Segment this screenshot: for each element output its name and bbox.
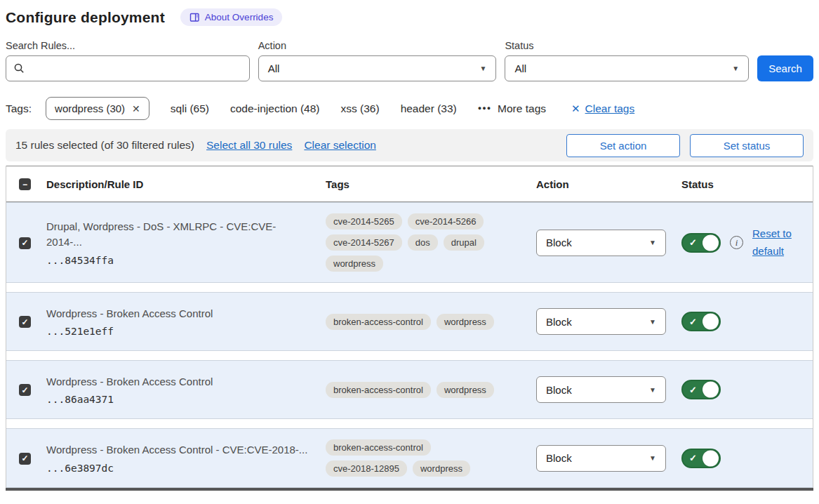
page-title: Configure deployment <box>6 9 165 26</box>
toggle-knob <box>703 314 719 330</box>
tag-pill: wordpress <box>413 460 470 477</box>
rule-description: Wordpress - Broken Access Control - CVE:… <box>46 442 310 458</box>
set-action-button[interactable]: Set action <box>566 134 680 157</box>
book-icon <box>189 13 200 22</box>
rule-action-select[interactable]: Block ▼ <box>536 308 666 335</box>
table-header: − Description/Rule ID Tags Action Status <box>6 166 813 202</box>
rule-id: ...84534ffa <box>46 255 310 266</box>
clear-tags-link[interactable]: ✕ Clear tags <box>571 102 634 115</box>
tag-pill: broken-access-control <box>326 382 431 398</box>
tag-pill: cve-2014-5267 <box>326 234 402 251</box>
rule-tags: broken-access-controlwordpress <box>326 382 502 398</box>
rule-status-toggle[interactable]: ✓ <box>681 380 721 399</box>
tag-pill: wordpress <box>326 256 383 272</box>
row-checkbox[interactable]: ✓ <box>19 384 31 396</box>
tag-pill: broken-access-control <box>326 314 431 330</box>
check-icon: ✓ <box>21 453 28 463</box>
about-overrides-label: About Overrides <box>205 12 274 22</box>
check-icon: ✓ <box>21 385 28 395</box>
toggle-knob <box>703 382 719 398</box>
selected-tag-chip[interactable]: wordpress (30) ✕ <box>46 97 149 120</box>
clear-tags-label: Clear tags <box>585 102 635 115</box>
rule-tags: broken-access-controlcve-2018-12895wordp… <box>326 439 502 477</box>
table-row: ✓ Wordpress - Broken Access Control - CV… <box>6 428 813 488</box>
filter-bar: Search Rules... Action All ▼ Status All … <box>6 40 813 81</box>
selected-tag-label: wordpress (30) <box>55 102 125 114</box>
rule-action-value: Block <box>546 452 572 464</box>
chevron-down-icon: ▼ <box>649 318 656 326</box>
rule-action-select[interactable]: Block ▼ <box>536 445 666 472</box>
toggle-knob <box>703 450 719 466</box>
more-tags-button[interactable]: ●●● More tags <box>478 102 546 115</box>
table-row: ✓ Wordpress - Broken Access Control ...5… <box>6 292 813 351</box>
rule-action-value: Block <box>546 316 572 328</box>
chevron-down-icon: ▼ <box>732 65 739 72</box>
action-filter-value: All <box>268 62 280 74</box>
table-body: ✓ Drupal, Wordpress - DoS - XMLRPC - CVE… <box>6 202 813 488</box>
rule-id: ...521e1eff <box>46 326 310 337</box>
remove-tag-icon[interactable]: ✕ <box>132 103 140 114</box>
tag-filter-code-injection[interactable]: code-injection (48) <box>230 102 320 115</box>
column-action: Action <box>536 178 681 190</box>
search-rules-input[interactable] <box>31 62 242 74</box>
tag-filter-xss[interactable]: xss (36) <box>341 102 380 115</box>
column-tags: Tags <box>326 178 536 190</box>
rule-status-toggle[interactable]: ✓ <box>681 449 721 468</box>
search-rules-label: Search Rules... <box>6 40 250 51</box>
page-header: Configure deployment About Overrides <box>6 8 813 26</box>
chevron-down-icon: ▼ <box>649 239 656 246</box>
tag-pill: wordpress <box>437 382 494 398</box>
check-icon: ✓ <box>689 385 697 395</box>
reset-to-default-link[interactable]: Reset to default <box>752 225 799 260</box>
configure-deployment-page: Configure deployment About Overrides Sea… <box>0 0 819 491</box>
clear-selection-link[interactable]: Clear selection <box>304 139 376 152</box>
status-filter-value: All <box>514 62 526 74</box>
check-icon: ✓ <box>21 317 28 327</box>
chevron-down-icon: ▼ <box>479 65 486 72</box>
rule-tags: broken-access-controlwordpress <box>326 314 502 330</box>
rule-action-value: Block <box>546 237 572 248</box>
table-row: ✓ Drupal, Wordpress - DoS - XMLRPC - CVE… <box>6 202 813 283</box>
rule-action-select[interactable]: Block ▼ <box>536 376 666 403</box>
tag-filter-header[interactable]: header (33) <box>401 102 457 115</box>
selection-bar: 15 rules selected (of 30 filtered rules)… <box>6 129 813 161</box>
check-icon: ✓ <box>21 238 28 248</box>
check-icon: ✓ <box>689 237 697 248</box>
action-filter-select[interactable]: All ▼ <box>258 55 497 81</box>
search-icon <box>13 62 25 74</box>
more-tags-label: More tags <box>498 102 546 115</box>
search-rules-input-wrap <box>6 55 250 81</box>
rule-id: ...86aa4371 <box>46 394 310 405</box>
rule-id: ...6e3897dc <box>46 463 310 474</box>
rule-action-value: Block <box>546 384 572 396</box>
chevron-down-icon: ▼ <box>649 386 656 394</box>
select-all-checkbox[interactable]: − <box>19 178 31 190</box>
rule-status-toggle[interactable]: ✓ <box>681 312 721 331</box>
select-all-link[interactable]: Select all 30 rules <box>206 139 292 152</box>
rules-table: − Description/Rule ID Tags Action Status… <box>6 166 813 488</box>
row-checkbox[interactable]: ✓ <box>19 316 31 328</box>
selection-summary: 15 rules selected (of 30 filtered rules) <box>15 139 194 152</box>
row-checkbox[interactable]: ✓ <box>19 453 31 465</box>
tag-pill: broken-access-control <box>326 439 431 456</box>
table-row: ✓ Wordpress - Broken Access Control ...8… <box>6 360 813 419</box>
tag-pill: drupal <box>444 234 484 251</box>
tag-pill: dos <box>408 234 438 251</box>
next-row-edge <box>6 488 813 491</box>
column-description: Description/Rule ID <box>46 178 326 190</box>
search-button[interactable]: Search <box>757 55 813 81</box>
info-icon[interactable]: i <box>730 236 743 249</box>
about-overrides-badge[interactable]: About Overrides <box>180 8 283 26</box>
rule-description: Drupal, Wordpress - DoS - XMLRPC - CVE:C… <box>46 219 310 250</box>
row-checkbox[interactable]: ✓ <box>19 237 31 249</box>
tag-pill: cve-2014-5265 <box>326 213 402 230</box>
set-status-button[interactable]: Set status <box>690 134 804 157</box>
rule-description: Wordpress - Broken Access Control <box>46 306 310 321</box>
tag-pill: wordpress <box>437 314 494 330</box>
rule-status-toggle[interactable]: ✓ <box>681 233 721 253</box>
tag-pill: cve-2014-5266 <box>408 213 484 230</box>
rule-action-select[interactable]: Block ▼ <box>536 230 666 256</box>
chevron-down-icon: ▼ <box>649 454 656 462</box>
tag-filter-sqli[interactable]: sqli (65) <box>171 102 209 115</box>
status-filter-select[interactable]: All ▼ <box>505 55 749 81</box>
